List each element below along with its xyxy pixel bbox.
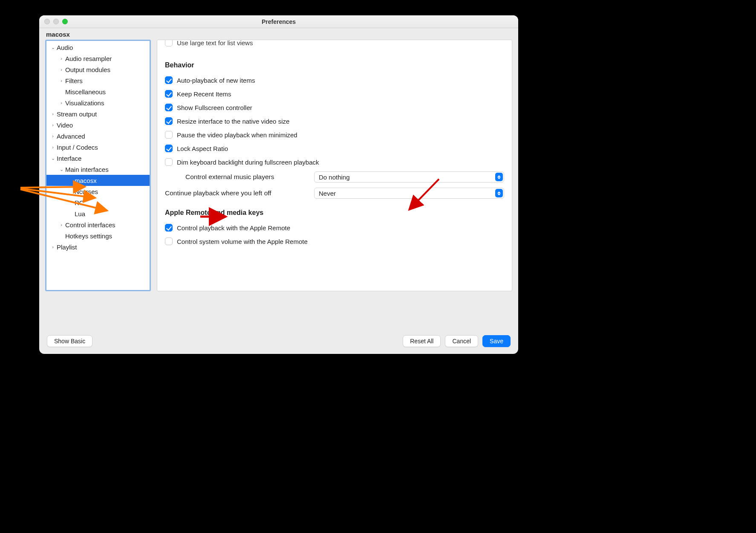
tree-item-audio-resampler[interactable]: ›Audio resampler xyxy=(46,53,150,64)
checkbox[interactable] xyxy=(165,131,173,139)
setting-label: Continue playback where you left off xyxy=(165,189,309,197)
save-button[interactable]: Save xyxy=(482,335,511,347)
reset-all-button[interactable]: Reset All xyxy=(403,335,441,347)
setting-resize-interface: Resize interface to the native video siz… xyxy=(165,114,504,128)
setting-control-volume-remote: Control system volume with the Apple Rem… xyxy=(165,235,504,248)
setting-control-external: Control external music players Do nothin… xyxy=(165,169,504,185)
tree-item-stream-output[interactable]: ›Stream output xyxy=(46,108,150,119)
setting-label: Auto-playback of new items xyxy=(177,77,255,84)
setting-label: Control system volume with the Apple Rem… xyxy=(177,238,308,245)
setting-show-fullscreen: Show Fullscreen controller xyxy=(165,101,504,114)
section-behavior: Behavior xyxy=(165,61,504,69)
setting-label: Keep Recent Items xyxy=(177,90,231,98)
show-basic-button[interactable]: Show Basic xyxy=(47,335,92,347)
select-value: Do nothing xyxy=(319,174,350,181)
chevron-right-icon: › xyxy=(58,100,64,105)
setting-label: Lock Aspect Ratio xyxy=(177,145,228,152)
tree-item-hotkeys-settings[interactable]: ·Hotkeys settings xyxy=(46,230,150,241)
chevron-right-icon: › xyxy=(50,122,56,127)
setting-control-playback-remote: Control playback with the Apple Remote xyxy=(165,221,504,235)
tree-item-input-codecs[interactable]: ›Input / Codecs xyxy=(46,142,150,153)
setting-label: Control playback with the Apple Remote xyxy=(177,224,290,232)
continue-playback-select[interactable]: Never xyxy=(314,188,504,199)
tree-item-playlist[interactable]: ›Playlist xyxy=(46,241,150,252)
setting-label: Resize interface to the native video siz… xyxy=(177,118,289,125)
chevron-right-icon: › xyxy=(50,133,56,139)
category-tree[interactable]: ⌄Audio ›Audio resampler ›Output modules … xyxy=(45,40,151,291)
chevron-right-icon: › xyxy=(58,222,64,227)
select-value: Never xyxy=(319,190,336,197)
chevron-down-icon: ⌄ xyxy=(58,167,64,172)
settings-panel: Use large text for list views Behavior A… xyxy=(157,40,512,291)
chevron-right-icon: › xyxy=(58,67,64,72)
checkbox[interactable] xyxy=(165,90,173,98)
tree-item-rc[interactable]: ·RC xyxy=(46,197,150,208)
setting-label: Show Fullscreen controller xyxy=(177,104,252,111)
tree-item-main-interfaces[interactable]: ⌄Main interfaces xyxy=(46,164,150,175)
tree-item-control-interfaces[interactable]: ›Control interfaces xyxy=(46,219,150,230)
updown-icon xyxy=(495,189,503,197)
setting-label: Dim keyboard backlight during fullscreen… xyxy=(177,159,319,166)
tree-item-filters[interactable]: ›Filters xyxy=(46,75,150,86)
section-remote: Apple Remote and media keys xyxy=(165,209,504,217)
setting-continue-playback: Continue playback where you left off Nev… xyxy=(165,185,504,201)
setting-label: Use large text for list views xyxy=(177,40,253,46)
tree-item-visualizations[interactable]: ›Visualizations xyxy=(46,97,150,108)
setting-lock-aspect: Lock Aspect Ratio xyxy=(165,142,504,155)
setting-auto-playback: Auto-playback of new items xyxy=(165,73,504,87)
checkbox[interactable] xyxy=(165,76,173,84)
tree-item-output-modules[interactable]: ›Output modules xyxy=(46,64,150,75)
page-title: macosx xyxy=(39,28,518,40)
tree-item-video[interactable]: ›Video xyxy=(46,119,150,130)
setting-dim-backlight: Dim keyboard backlight during fullscreen… xyxy=(165,155,504,169)
checkbox[interactable] xyxy=(165,158,173,166)
chevron-down-icon: ⌄ xyxy=(50,45,56,50)
tree-item-interface[interactable]: ⌄Interface xyxy=(46,153,150,164)
titlebar: Preferences xyxy=(39,15,518,28)
setting-large-text: Use large text for list views xyxy=(165,40,504,49)
chevron-right-icon: › xyxy=(50,111,56,116)
chevron-down-icon: ⌄ xyxy=(50,156,56,161)
window-title: Preferences xyxy=(39,18,518,25)
chevron-right-icon: › xyxy=(50,244,56,249)
preferences-window: Preferences macosx ⌄Audio ›Audio resampl… xyxy=(39,15,518,354)
tree-item-lua[interactable]: ·Lua xyxy=(46,208,150,219)
chevron-right-icon: › xyxy=(58,56,64,61)
checkbox[interactable] xyxy=(165,224,173,232)
setting-keep-recent: Keep Recent Items xyxy=(165,87,504,101)
tree-item-miscellaneous[interactable]: ›Miscellaneous xyxy=(46,86,150,97)
tree-item-ncurses[interactable]: ·Ncurses xyxy=(46,186,150,197)
checkbox[interactable] xyxy=(165,40,173,46)
checkbox[interactable] xyxy=(165,104,173,111)
setting-label: Control external music players xyxy=(165,173,309,181)
footer: Show Basic Reset All Cancel Save xyxy=(39,328,518,354)
setting-pause-minimized: Pause the video playback when minimized xyxy=(165,128,504,142)
tree-item-advanced[interactable]: ›Advanced xyxy=(46,130,150,142)
control-external-select[interactable]: Do nothing xyxy=(314,171,504,182)
cancel-button[interactable]: Cancel xyxy=(445,335,478,347)
chevron-right-icon: › xyxy=(50,145,56,150)
updown-icon xyxy=(495,173,503,181)
tree-item-audio[interactable]: ⌄Audio xyxy=(46,42,150,53)
checkbox[interactable] xyxy=(165,145,173,152)
setting-label: Pause the video playback when minimized xyxy=(177,131,297,139)
tree-item-macosx[interactable]: ·macosx xyxy=(46,175,150,186)
checkbox[interactable] xyxy=(165,238,173,245)
checkbox[interactable] xyxy=(165,117,173,125)
chevron-right-icon: › xyxy=(58,78,64,83)
